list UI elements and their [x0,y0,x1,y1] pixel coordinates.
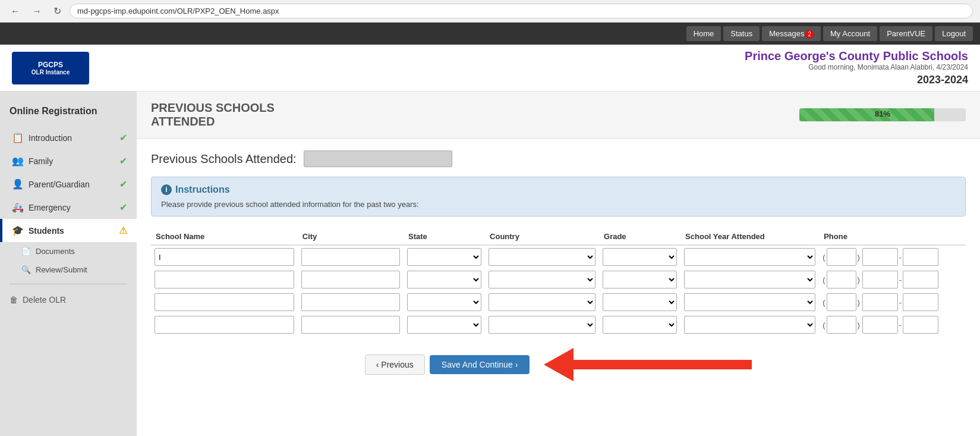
nav-my-account[interactable]: My Account [823,26,877,41]
sidebar-item-delete-olr[interactable]: 🗑 Delete OLR [0,289,137,310]
grade-select-1[interactable] [603,248,677,266]
instructions-text: Please provide previous school attended … [161,200,956,209]
phone-suffix-4[interactable] [903,316,938,334]
nav-messages[interactable]: Messages2 [762,26,821,41]
instructions-box: i Instructions Please provide previous s… [151,177,966,217]
nav-home[interactable]: Home [686,26,721,41]
nav-logout[interactable]: Logout [935,26,973,41]
city-input-4[interactable] [301,316,400,334]
school-name-input-2[interactable] [155,271,294,288]
city-input-2[interactable] [301,271,400,288]
phone-prefix-4[interactable] [862,316,898,334]
phone-close-3: ) [858,298,860,307]
state-select-4[interactable] [407,316,481,334]
sidebar-item-introduction[interactable]: 📋 Introduction ✔ [0,126,137,149]
country-select-2[interactable] [489,271,595,288]
phone-close-2: ) [858,275,860,284]
browser-chrome: ← → ↻ md-pgcps-imp.edupoint.com/OLR/PXP2… [0,0,980,23]
state-select-1[interactable] [407,248,481,266]
sidebar-item-documents[interactable]: 📄 Documents [0,242,137,261]
col-header-city: City [298,228,404,245]
year-select-1[interactable] [684,248,815,266]
phone-area-3[interactable] [827,293,856,311]
phone-suffix-2[interactable] [903,271,938,288]
sidebar-divider [10,284,127,284]
page-section-header: PREVIOUS SCHOOLSATTENDED 81% [137,92,980,139]
sidebar-item-review-submit[interactable]: 🔍 Review/Submit [0,261,137,279]
grade-select-4[interactable] [603,316,677,334]
phone-suffix-3[interactable] [903,293,938,311]
section-body: Previous Schools Attended: i Instruction… [137,139,980,405]
address-bar: md-pgcps-imp.edupoint.com/OLR/PXP2_OEN_H… [70,4,973,18]
previous-schools-count-input[interactable] [304,150,452,167]
arrow-annotation [544,348,752,381]
country-select-1[interactable] [489,248,595,266]
phone-suffix-1[interactable] [903,248,938,266]
chevron-right-icon: › [515,360,518,369]
phone-prefix-2[interactable] [862,271,898,288]
sidebar-item-label: Review/Submit [36,265,87,274]
main-layout: Online Registration 📋 Introduction ✔ 👥 F… [0,92,980,436]
table-row: ( ) - [151,313,966,336]
arrow-head [544,348,573,381]
page-title: PREVIOUS SCHOOLSATTENDED [151,101,275,128]
sidebar-item-label: Documents [36,247,75,256]
info-icon: i [161,184,172,195]
grade-select-3[interactable] [603,293,677,311]
forward-button[interactable]: → [29,5,45,18]
nav-parent-vue[interactable]: ParentVUE [880,26,932,41]
phone-dash-1: - [899,253,902,262]
parent-guardian-check-icon: ✔ [119,178,127,190]
phone-dash-4: - [899,321,902,330]
phone-prefix-3[interactable] [862,293,898,311]
country-select-3[interactable] [489,293,595,311]
school-name-input-1[interactable] [155,248,294,266]
phone-area-2[interactable] [827,271,856,288]
back-button[interactable]: ← [7,5,24,18]
year-select-3[interactable] [684,293,815,311]
sidebar-item-students[interactable]: 🎓 Students ⚠ [0,219,137,242]
school-name-input-4[interactable] [155,316,294,334]
sidebar-item-label: Introduction [29,133,72,143]
col-header-grade: Grade [599,228,680,245]
top-navigation: Home Status Messages2 My Account ParentV… [0,23,980,45]
header-right: Prince George's County Public Schools Go… [745,49,968,86]
phone-cell-3: ( ) - [823,293,962,311]
nav-status[interactable]: Status [723,26,760,41]
school-year: 2023-2024 [745,74,968,86]
state-select-3[interactable] [407,293,481,311]
city-input-1[interactable] [301,248,400,266]
state-select-2[interactable] [407,271,481,288]
sidebar-item-parent-guardian[interactable]: 👤 Parent/Guardian ✔ [0,172,137,196]
sidebar-item-emergency[interactable]: 🚑 Emergency ✔ [0,196,137,219]
phone-area-4[interactable] [827,316,856,334]
phone-dash-2: - [899,275,902,284]
phone-prefix-1[interactable] [862,248,898,266]
previous-button[interactable]: ‹ Previous [365,355,425,375]
col-header-state: State [404,228,485,245]
content-area: PREVIOUS SCHOOLSATTENDED 81% Previous Sc… [137,92,980,436]
schools-table: School Name City State Country Grade Sch… [151,228,966,336]
save-and-continue-button[interactable]: Save And Continue › [430,355,530,374]
phone-open-4: ( [823,321,825,330]
emergency-check-icon: ✔ [119,202,127,213]
phone-open-2: ( [823,275,825,284]
documents-icon: 📄 [21,247,31,256]
school-name-input-3[interactable] [155,293,294,311]
city-input-3[interactable] [301,293,400,311]
year-select-2[interactable] [684,271,815,288]
previous-schools-label: Previous Schools Attended: [151,150,966,167]
phone-area-1[interactable] [827,248,856,266]
sidebar-item-family[interactable]: 👥 Family ✔ [0,149,137,172]
family-check-icon: ✔ [119,155,127,167]
arrow-body [573,360,752,369]
grade-select-2[interactable] [603,271,677,288]
country-select-4[interactable] [489,316,595,334]
family-icon: 👥 [12,155,24,167]
phone-close-4: ) [858,321,860,330]
parent-guardian-icon: 👤 [12,178,24,190]
refresh-button[interactable]: ↻ [50,4,65,18]
students-icon: 🎓 [12,225,24,236]
year-select-4[interactable] [684,316,815,334]
sidebar-item-label: Parent/Guardian [29,180,90,189]
